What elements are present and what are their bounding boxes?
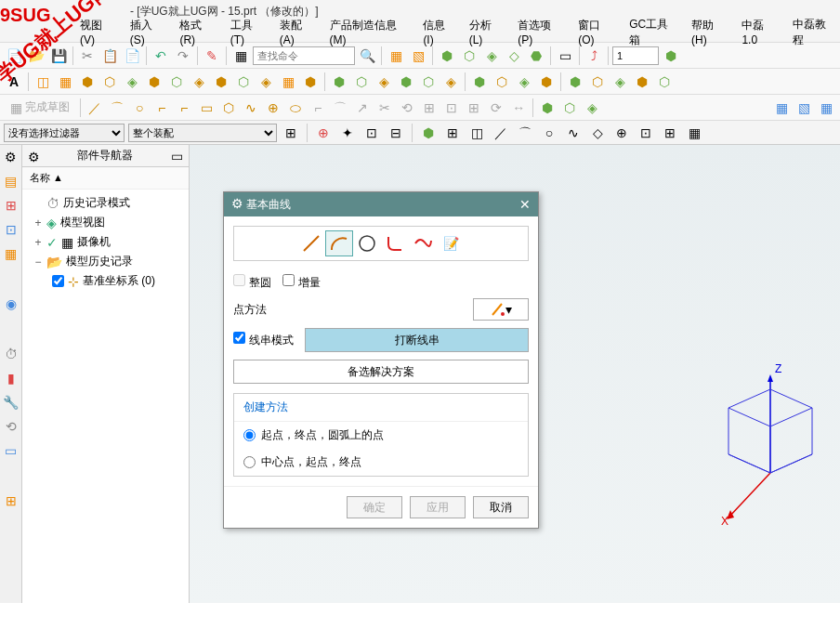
menu-zhonglei1[interactable]: 中磊1.0: [736, 16, 782, 48]
undo-button[interactable]: ↶: [151, 46, 171, 66]
t2-5[interactable]: ⬡: [99, 72, 120, 92]
t2-10[interactable]: ⬢: [211, 72, 231, 92]
tab-tool-icon[interactable]: 🔧: [3, 394, 20, 411]
break-string-button[interactable]: 打断线串: [305, 328, 529, 352]
grid1-icon[interactable]: ▦: [386, 46, 406, 66]
sk-18[interactable]: ⊞: [464, 98, 484, 118]
f-7[interactable]: ⊞: [442, 123, 463, 143]
t2-1[interactable]: A: [4, 72, 24, 92]
cube1-icon[interactable]: ⬢: [437, 46, 457, 66]
save-button[interactable]: 💾: [48, 46, 69, 66]
tool-b[interactable]: ▦: [230, 46, 251, 66]
menu-window[interactable]: 窗口(O): [572, 16, 620, 48]
sk-13[interactable]: ↗: [352, 98, 373, 118]
t2-7[interactable]: ⬢: [144, 72, 164, 92]
tree-history-mode[interactable]: ⏱ 历史记录模式: [26, 193, 185, 213]
t2-21[interactable]: ⬢: [469, 72, 490, 92]
command-search[interactable]: [253, 46, 355, 65]
f-1[interactable]: ⊞: [281, 123, 301, 143]
t2-2[interactable]: ◫: [33, 72, 53, 92]
tab-mold-icon[interactable]: ⊞: [3, 492, 20, 509]
cb-full-circle[interactable]: 整圆: [233, 274, 271, 291]
sk-r2[interactable]: ▧: [794, 98, 814, 118]
t2-22[interactable]: ⬡: [492, 72, 512, 92]
menu-help[interactable]: 帮助(H): [686, 16, 732, 48]
paste-button[interactable]: 📄: [122, 46, 142, 66]
f-2[interactable]: ⊕: [313, 123, 334, 143]
redo-button[interactable]: ↷: [173, 46, 193, 66]
cb-increment[interactable]: 增量: [282, 274, 321, 291]
tab-layers-icon[interactable]: ▦: [3, 245, 20, 262]
sk-12[interactable]: ⌒: [330, 98, 350, 118]
tab-render-icon[interactable]: ▮: [3, 370, 20, 387]
t2-11[interactable]: ⬡: [233, 72, 254, 92]
f-3[interactable]: ✦: [337, 123, 358, 143]
tab-gear-icon[interactable]: ⚙: [3, 149, 20, 165]
sk-11[interactable]: ⌐: [308, 98, 328, 118]
menu-info[interactable]: 信息(I): [417, 16, 459, 48]
f-15[interactable]: ⊡: [636, 123, 656, 143]
sk-r1[interactable]: ▦: [771, 98, 792, 118]
cube3-icon[interactable]: ◈: [481, 46, 502, 66]
ellipse-icon[interactable]: ⬭: [285, 98, 306, 118]
new-button[interactable]: 📄: [4, 46, 24, 66]
tool-fillet[interactable]: [381, 230, 409, 256]
alt-solution-button[interactable]: 备选解决方案: [233, 360, 529, 384]
cut-button[interactable]: ✂: [77, 46, 98, 66]
menu-zhonglei-tutorial[interactable]: 中磊教程: [787, 15, 840, 50]
f-17[interactable]: ▦: [684, 123, 704, 143]
menu-preferences[interactable]: 首选项(P): [512, 16, 569, 48]
grid2-icon[interactable]: ▧: [408, 46, 428, 66]
f-14[interactable]: ⊕: [611, 123, 632, 143]
t2-18[interactable]: ⬢: [396, 72, 416, 92]
t2-23[interactable]: ◈: [514, 72, 534, 92]
radio-start-end-arc[interactable]: 起点，终点，圆弧上的点: [234, 422, 528, 449]
copy-button[interactable]: 📋: [99, 46, 120, 66]
tree-cameras[interactable]: +✓▦ 摄像机: [26, 232, 185, 252]
f-5[interactable]: ⊟: [386, 123, 406, 143]
sk-r3[interactable]: ▦: [816, 98, 836, 118]
t2-24[interactable]: ⬢: [536, 72, 557, 92]
t2-29[interactable]: ⬡: [654, 72, 675, 92]
t2-17[interactable]: ◈: [374, 72, 394, 92]
gear-icon[interactable]: ⚙: [28, 151, 39, 162]
menu-insert[interactable]: 插入(S): [125, 16, 171, 48]
menu-pmi[interactable]: 产品制造信息(M): [324, 16, 414, 48]
tab-constraint-icon[interactable]: ⊡: [3, 221, 20, 238]
sk-20[interactable]: ↔: [508, 98, 529, 118]
column-header[interactable]: 名称 ▲: [22, 167, 189, 190]
tool-edit[interactable]: 📝: [437, 230, 465, 256]
tool-circle[interactable]: [353, 230, 381, 256]
t2-28[interactable]: ⬢: [632, 72, 652, 92]
spinner-input[interactable]: [612, 46, 659, 65]
dialog-titlebar[interactable]: ⚙ 基本曲线 ✕: [224, 192, 538, 216]
f-12[interactable]: ∿: [563, 123, 584, 143]
t2-9[interactable]: ◈: [189, 72, 209, 92]
apply-button[interactable]: 应用: [410, 496, 466, 518]
cb-string-mode[interactable]: 线串模式: [233, 332, 294, 348]
open-button[interactable]: 📂: [26, 46, 46, 66]
rect-sketch-icon[interactable]: ▭: [196, 98, 217, 118]
t2-15[interactable]: ⬢: [329, 72, 349, 92]
chamfer-icon[interactable]: ⌐: [174, 98, 194, 118]
tool-a[interactable]: ✎: [202, 46, 222, 66]
ok-button[interactable]: 确定: [347, 496, 402, 518]
cube2-icon[interactable]: ⬡: [459, 46, 479, 66]
viewport[interactable]: ⚙ 基本曲线 ✕ 📝 整圆 增量 点方法: [190, 145, 840, 603]
circle-icon[interactable]: ○: [129, 98, 150, 118]
tab-nav-icon[interactable]: ▤: [3, 173, 20, 190]
tool-trim[interactable]: [409, 230, 437, 256]
sk-23[interactable]: ◈: [582, 98, 602, 118]
f-11[interactable]: ○: [539, 123, 559, 143]
pin-icon[interactable]: ▭: [171, 150, 183, 163]
close-icon[interactable]: ✕: [519, 197, 531, 212]
tab-sheet-icon[interactable]: ▭: [3, 442, 20, 459]
t2-3[interactable]: ▦: [55, 72, 75, 92]
menu-analysis[interactable]: 分析(L): [464, 16, 508, 48]
sk-15[interactable]: ⟲: [397, 98, 417, 118]
t2-13[interactable]: ▦: [278, 72, 298, 92]
sk-22[interactable]: ⬡: [559, 98, 580, 118]
point-method-select[interactable]: ▾: [473, 298, 529, 321]
rect-icon[interactable]: ▭: [555, 46, 575, 66]
spline-icon[interactable]: ∿: [241, 98, 261, 118]
